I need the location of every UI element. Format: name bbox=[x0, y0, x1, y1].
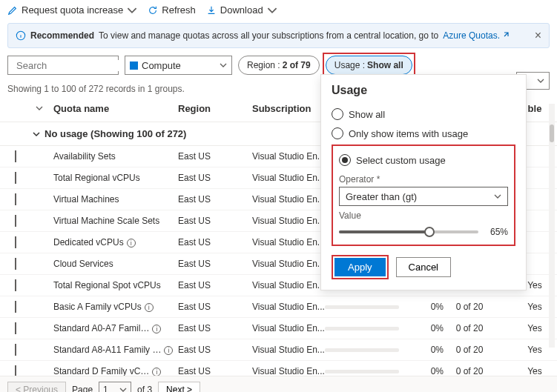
adjustable-cell: Yes bbox=[520, 366, 550, 376]
subscription-cell: Visual Studio En... bbox=[252, 173, 325, 183]
chevron-down-icon bbox=[33, 130, 40, 138]
info-icon[interactable]: i bbox=[164, 346, 173, 355]
pencil-icon bbox=[7, 5, 18, 16]
table-row[interactable]: Basic A Family vCPUsiEast USVisual Studi… bbox=[0, 296, 557, 318]
chevron-down-icon[interactable] bbox=[36, 104, 43, 112]
row-checkbox[interactable] bbox=[15, 258, 16, 270]
pct-cell: 0% bbox=[406, 366, 444, 376]
table-row[interactable]: Standard A8-A11 Family …iEast USVisual S… bbox=[0, 339, 557, 361]
slider-thumb[interactable] bbox=[424, 227, 435, 237]
operator-select[interactable]: Greater than (gt) bbox=[339, 187, 508, 206]
info-icon[interactable]: i bbox=[152, 325, 161, 333]
pct-cell: 0% bbox=[406, 345, 444, 355]
download-button[interactable]: Download bbox=[206, 4, 277, 16]
recommendation-banner: Recommended To view and manage quotas ac… bbox=[7, 23, 550, 48]
operator-label: Operator * bbox=[339, 174, 508, 185]
subscription-cell: Visual Studio En... bbox=[252, 194, 325, 205]
quota-name: Availability Sets bbox=[53, 151, 178, 162]
subscription-cell: Visual Studio En... bbox=[252, 216, 325, 226]
region-cell: East US bbox=[178, 173, 252, 183]
quota-cell: 0 of 20 bbox=[444, 302, 495, 312]
chevron-down-icon bbox=[267, 5, 277, 16]
subscription-cell: Visual Studio En... bbox=[252, 280, 325, 290]
info-icon[interactable]: i bbox=[127, 239, 136, 248]
value-label: Value bbox=[339, 210, 508, 221]
table-row[interactable]: Standard D Family vC…iEast USVisual Stud… bbox=[0, 361, 557, 376]
subscription-cell: Visual Studio En... bbox=[252, 345, 325, 355]
prev-page-button[interactable]: < Previous bbox=[7, 382, 66, 392]
download-icon bbox=[206, 5, 217, 16]
value-slider[interactable] bbox=[339, 230, 478, 233]
quota-name: Standard A0-A7 Famil…i bbox=[53, 323, 178, 333]
chevron-down-icon bbox=[537, 77, 544, 84]
azure-quotas-link[interactable]: Azure Quotas. bbox=[443, 30, 510, 41]
row-checkbox[interactable] bbox=[15, 322, 16, 334]
region-cell: East US bbox=[178, 366, 252, 376]
compute-icon bbox=[130, 62, 138, 70]
col-quota-name[interactable]: Quota name bbox=[53, 103, 178, 114]
col-region[interactable]: Region bbox=[178, 103, 252, 114]
subscription-cell: Visual Studio En... bbox=[252, 302, 325, 312]
refresh-icon bbox=[148, 5, 158, 16]
next-page-button[interactable]: Next > bbox=[158, 382, 200, 392]
cancel-button[interactable]: Cancel bbox=[396, 257, 451, 277]
close-icon[interactable]: × bbox=[535, 29, 541, 42]
quota-name: Total Regional Spot vCPUs bbox=[53, 280, 178, 290]
banner-title: Recommended bbox=[30, 30, 94, 41]
chevron-down-icon bbox=[220, 62, 227, 69]
usage-bar bbox=[325, 305, 399, 309]
quota-cell: 0 of 20 bbox=[444, 323, 495, 333]
quota-cell: 0 of 20 bbox=[444, 345, 495, 355]
label: Download bbox=[220, 4, 263, 16]
request-quota-button[interactable]: Request quota increase bbox=[7, 4, 137, 16]
subscription-cell: Visual Studio En... bbox=[252, 259, 325, 269]
highlight-annotation: Apply bbox=[332, 255, 389, 279]
vertical-scrollbar[interactable] bbox=[549, 104, 555, 348]
highlight-annotation: Select custom usage Operator * Greater t… bbox=[332, 144, 515, 246]
row-checkbox[interactable] bbox=[15, 301, 16, 313]
search-input[interactable] bbox=[7, 56, 119, 75]
row-checkbox[interactable] bbox=[15, 193, 16, 205]
quota-name: Virtual Machines bbox=[53, 194, 178, 205]
radio-with-usage[interactable]: Only show items with usage bbox=[332, 124, 515, 143]
row-checkbox[interactable] bbox=[15, 172, 16, 184]
region-cell: East US bbox=[178, 194, 252, 205]
usage-filter-flyout: Usage Show all Only show items with usag… bbox=[320, 74, 527, 290]
row-checkbox[interactable] bbox=[15, 150, 16, 162]
row-checkbox[interactable] bbox=[15, 344, 16, 356]
radio-icon bbox=[332, 127, 343, 139]
search-field[interactable] bbox=[16, 60, 141, 71]
usage-bar bbox=[325, 370, 399, 373]
pct-cell: 0% bbox=[406, 323, 444, 333]
flyout-title: Usage bbox=[332, 84, 515, 97]
quota-name: Dedicated vCPUsi bbox=[53, 237, 178, 248]
radio-icon bbox=[332, 108, 343, 120]
row-checkbox[interactable] bbox=[15, 236, 16, 248]
row-checkbox[interactable] bbox=[15, 215, 16, 227]
refresh-button[interactable]: Refresh bbox=[148, 4, 196, 16]
banner-text: To view and manage quotas across all you… bbox=[99, 30, 438, 41]
info-icon[interactable]: i bbox=[152, 368, 161, 376]
row-checkbox[interactable] bbox=[15, 279, 16, 291]
row-checkbox[interactable] bbox=[15, 365, 16, 376]
quota-cell: 0 of 20 bbox=[444, 366, 495, 376]
table-row[interactable]: Standard A0-A7 Famil…iEast USVisual Stud… bbox=[0, 318, 557, 339]
radio-show-all[interactable]: Show all bbox=[332, 104, 515, 124]
subscription-cell: Visual Studio En... bbox=[252, 323, 325, 333]
region-cell: East US bbox=[178, 151, 252, 162]
usage-filter-pill[interactable]: Usage : Show all bbox=[326, 56, 412, 75]
region-cell: East US bbox=[178, 237, 252, 248]
radio-icon bbox=[339, 154, 351, 166]
col-subscription[interactable]: Subscription bbox=[252, 103, 325, 114]
page-input[interactable]: 1 bbox=[99, 382, 131, 392]
radio-custom-usage[interactable]: Select custom usage bbox=[339, 150, 508, 170]
external-link-icon bbox=[502, 31, 510, 39]
adjustable-cell: Yes bbox=[520, 302, 550, 312]
quota-name: Total Regional vCPUs bbox=[53, 173, 178, 183]
region-filter-pill[interactable]: Region : 2 of 79 bbox=[238, 56, 320, 75]
provider-select[interactable]: Compute bbox=[125, 56, 232, 75]
info-icon[interactable]: i bbox=[145, 303, 154, 312]
apply-button[interactable]: Apply bbox=[334, 258, 386, 276]
pager: < Previous Page 1 of 3 Next > bbox=[0, 376, 557, 392]
info-icon bbox=[16, 30, 26, 41]
